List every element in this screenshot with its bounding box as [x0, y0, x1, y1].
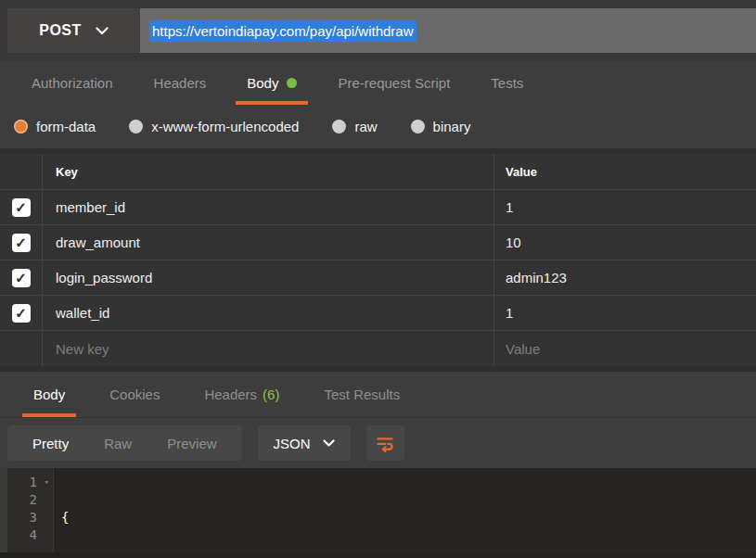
- format-dropdown[interactable]: JSON: [258, 425, 351, 461]
- line-number: 3: [7, 509, 53, 526]
- value-column-header: Value: [494, 154, 756, 189]
- window-bottom-edge: [0, 552, 756, 558]
- response-tab-test-results[interactable]: Test Results: [301, 372, 422, 417]
- view-mode-pretty[interactable]: Pretty: [15, 436, 86, 451]
- row-checkbox[interactable]: ✓: [12, 269, 31, 287]
- select-all-cell: [0, 154, 43, 189]
- value-field[interactable]: 1: [494, 296, 756, 330]
- form-data-table: Key Value ✓ member_id 1 ✓ draw_amount 10…: [0, 154, 756, 366]
- response-tab-body[interactable]: Body: [11, 372, 87, 417]
- row-checkbox[interactable]: ✓: [12, 198, 31, 217]
- json-code[interactable]: { "Status": false, "Msg": "You have alre…: [54, 468, 756, 558]
- table-row: ✓ login_password admin123: [0, 260, 756, 296]
- table-row: ✓ wallet_id 1: [0, 296, 756, 331]
- wrap-text-icon: [375, 433, 395, 453]
- line-number-gutter: 1 ▾ 2 3 4: [7, 468, 54, 558]
- body-type-selector: form-data x-www-form-urlencoded raw bina…: [0, 105, 756, 148]
- radio-icon: [332, 120, 346, 133]
- new-row-checkbox-cell: [0, 331, 43, 366]
- request-tabs: Authorization Headers Body Pre-request S…: [0, 61, 756, 105]
- body-has-content-dot: [287, 78, 297, 88]
- method-label: POST: [39, 22, 82, 39]
- row-checkbox[interactable]: ✓: [12, 234, 31, 252]
- tab-pre-request-script[interactable]: Pre-request Script: [317, 61, 470, 105]
- chevron-down-icon: [96, 27, 109, 35]
- radio-x-www-form-urlencoded[interactable]: x-www-form-urlencoded: [129, 119, 299, 134]
- line-number: 2: [7, 491, 53, 509]
- key-field[interactable]: member_id: [43, 190, 494, 224]
- response-body-viewer: 1 ▾ 2 3 4 { "Status": false, "Msg": "You…: [0, 468, 756, 558]
- postman-window: POST https://vertoindiapay.com/pay/api/w…: [0, 0, 756, 558]
- request-url-bar: POST https://vertoindiapay.com/pay/api/w…: [0, 0, 756, 61]
- wrap-text-button[interactable]: [366, 425, 404, 461]
- table-row: ✓ member_id 1: [0, 190, 756, 225]
- view-mode-group: Pretty Raw Preview: [7, 425, 242, 461]
- new-key-input[interactable]: New key: [43, 331, 494, 366]
- headers-count-badge: (6): [263, 387, 279, 402]
- method-dropdown[interactable]: POST: [7, 8, 140, 53]
- chevron-down-icon: [323, 439, 335, 447]
- code-line: {: [61, 509, 756, 526]
- new-value-input[interactable]: Value: [494, 331, 756, 366]
- view-mode-preview[interactable]: Preview: [149, 436, 234, 451]
- table-row: ✓ draw_amount 10: [0, 225, 756, 260]
- url-text: https://vertoindiapay.com/pay/api/withdr…: [149, 20, 416, 42]
- tab-body[interactable]: Body: [226, 61, 317, 105]
- radio-form-data[interactable]: form-data: [14, 119, 96, 134]
- value-field[interactable]: 1: [494, 190, 756, 224]
- url-input[interactable]: https://vertoindiapay.com/pay/api/withdr…: [140, 8, 756, 53]
- tab-authorization[interactable]: Authorization: [11, 61, 134, 105]
- new-row: New key Value: [0, 331, 756, 366]
- key-field[interactable]: login_password: [43, 260, 494, 295]
- tab-headers[interactable]: Headers: [134, 61, 227, 105]
- radio-icon: [129, 120, 143, 133]
- view-mode-raw[interactable]: Raw: [86, 436, 149, 451]
- value-field[interactable]: 10: [494, 225, 756, 260]
- response-tabs: Body Cookies Headers (6) Test Results: [0, 372, 756, 417]
- radio-selected-icon: [14, 120, 28, 133]
- key-field[interactable]: wallet_id: [43, 296, 494, 330]
- line-number: 1 ▾: [7, 474, 53, 491]
- radio-raw[interactable]: raw: [332, 119, 377, 134]
- response-tab-cookies[interactable]: Cookies: [87, 372, 182, 417]
- fold-caret-icon[interactable]: ▾: [45, 474, 49, 491]
- response-toolbar: Pretty Raw Preview JSON: [0, 417, 756, 468]
- radio-icon: [411, 120, 425, 133]
- tab-tests[interactable]: Tests: [470, 61, 544, 105]
- value-field[interactable]: admin123: [494, 260, 756, 295]
- key-field[interactable]: draw_amount: [43, 225, 494, 260]
- radio-binary[interactable]: binary: [411, 119, 471, 134]
- key-column-header: Key: [43, 154, 494, 189]
- response-tab-headers[interactable]: Headers (6): [182, 372, 301, 417]
- line-number: 4: [7, 526, 53, 544]
- format-label: JSON: [274, 436, 311, 451]
- table-header-row: Key Value: [0, 154, 756, 190]
- row-checkbox[interactable]: ✓: [12, 304, 31, 323]
- editor-left-edge: [0, 468, 7, 558]
